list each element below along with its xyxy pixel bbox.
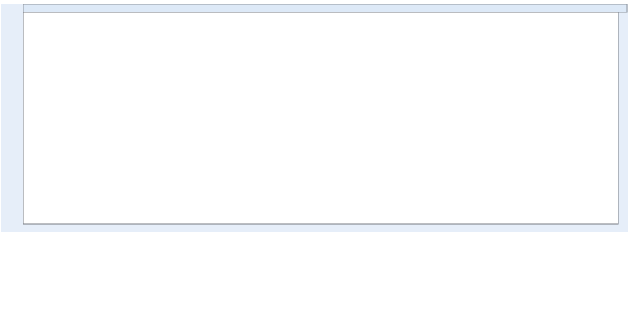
chromatogram-plot[interactable] <box>1 4 628 232</box>
chromatogram-panel <box>1 4 628 232</box>
plot-area[interactable] <box>23 12 618 224</box>
chromatography-workstation-screen: { "chart": { "header_left": "2024.7月手性-反… <box>0 0 644 336</box>
chart-header-strip <box>23 4 627 12</box>
